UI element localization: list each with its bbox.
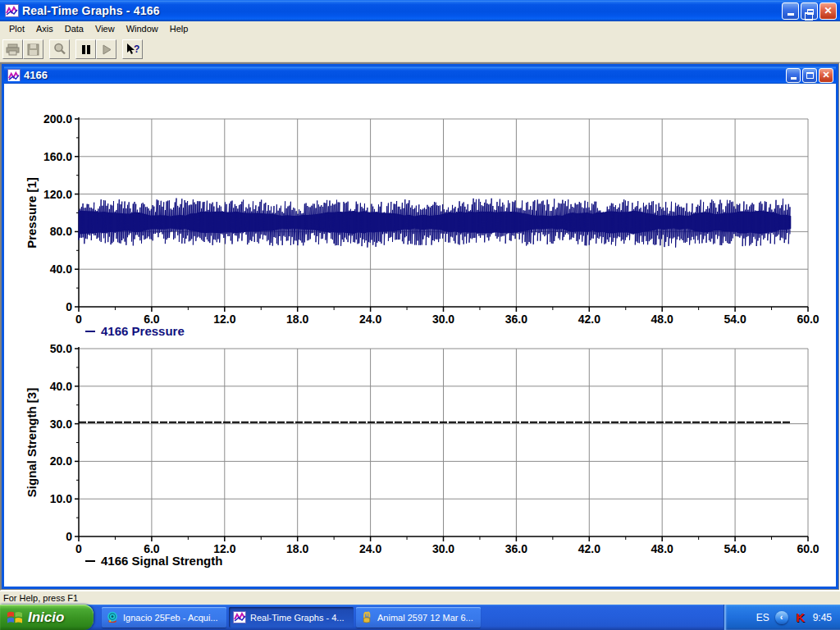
play-icon <box>102 44 112 55</box>
app-icon <box>5 4 19 17</box>
taskbar: Inicio Ignacio 25Feb - Acqui... <box>0 605 840 630</box>
menu-window[interactable]: Window <box>121 22 164 35</box>
save-icon <box>27 43 39 56</box>
task-animal-file[interactable]: Animal 2597 12 Mar 6... <box>356 607 481 628</box>
play-button[interactable] <box>96 39 116 59</box>
acquisition-icon <box>106 611 119 623</box>
toolbar-separator <box>43 39 49 59</box>
task-realtime-graphs[interactable]: Real-Time Graphs - 4... <box>229 607 354 628</box>
svg-text:?: ? <box>134 43 139 55</box>
status-text: For Help, press F1 <box>3 593 78 603</box>
child-title-bar: 4166 ✕ <box>4 66 836 84</box>
windows-flag-icon <box>7 609 23 625</box>
task-label: Animal 2597 12 Mar 6... <box>377 613 473 623</box>
magnifier-icon <box>53 43 66 56</box>
task-label: Real-Time Graphs - 4... <box>250 613 345 623</box>
task-label: Ignacio 25Feb - Acqui... <box>123 613 218 623</box>
context-help-button[interactable]: ? <box>122 39 143 59</box>
start-button[interactable]: Inicio <box>0 605 94 630</box>
collapse-chevron-icon[interactable]: ‹ <box>775 611 788 624</box>
pause-button[interactable] <box>75 39 96 59</box>
child-window-title: 4166 <box>24 69 786 81</box>
language-indicator[interactable]: ES <box>756 612 769 623</box>
toolbar-separator <box>70 39 75 59</box>
child-window-4166: 4166 ✕ <box>2 64 838 589</box>
minimize-icon <box>788 13 794 16</box>
status-bar: For Help, press F1 <box>0 591 840 605</box>
toolbar-separator <box>116 39 122 59</box>
minimize-icon <box>791 77 797 80</box>
main-title-bar: Real-Time Graphs - 4166 ✕ <box>0 0 840 21</box>
chart-document-area <box>4 84 836 587</box>
child-close-button[interactable]: ✕ <box>819 68 833 83</box>
print-icon <box>6 43 20 56</box>
save-button[interactable] <box>23 39 43 59</box>
clock: 9:45 <box>813 612 832 623</box>
minimize-button[interactable] <box>782 2 799 20</box>
help-pointer-icon: ? <box>126 43 140 57</box>
kaspersky-icon[interactable]: K <box>794 611 807 624</box>
child-maximize-button[interactable] <box>802 68 817 83</box>
animal-file-icon <box>360 611 373 623</box>
menu-help[interactable]: Help <box>164 22 194 35</box>
menu-plot[interactable]: Plot <box>3 22 30 35</box>
close-icon: ✕ <box>822 71 829 80</box>
toolbar: ? <box>0 37 840 62</box>
menu-bar: Plot Axis Data View Window Help <box>0 21 840 37</box>
pause-icon <box>81 44 91 55</box>
restore-button[interactable] <box>801 2 818 20</box>
realtime-graphs-icon <box>233 611 246 623</box>
window-title: Real-Time Graphs - 4166 <box>22 4 782 17</box>
close-button[interactable]: ✕ <box>819 2 837 20</box>
menu-data[interactable]: Data <box>59 22 89 35</box>
child-window-icon <box>7 69 21 81</box>
close-icon: ✕ <box>824 6 832 16</box>
child-minimize-button[interactable] <box>786 68 801 83</box>
system-tray: ES ‹ K 9:45 <box>724 605 840 630</box>
start-label: Inicio <box>28 609 64 626</box>
mdi-client-area: 4166 ✕ <box>0 62 840 591</box>
task-ignacio[interactable]: Ignacio 25Feb - Acqui... <box>102 607 226 628</box>
menu-view[interactable]: View <box>89 22 121 35</box>
zoom-button[interactable] <box>49 39 70 59</box>
task-buttons: Ignacio 25Feb - Acqui... Real-Time Graph… <box>94 605 724 630</box>
maximize-icon <box>806 72 814 79</box>
menu-axis[interactable]: Axis <box>30 22 59 35</box>
restore-icon <box>807 9 814 15</box>
desktop: Real-Time Graphs - 4166 ✕ Plot Axis Data… <box>0 0 840 630</box>
print-button[interactable] <box>2 39 23 59</box>
